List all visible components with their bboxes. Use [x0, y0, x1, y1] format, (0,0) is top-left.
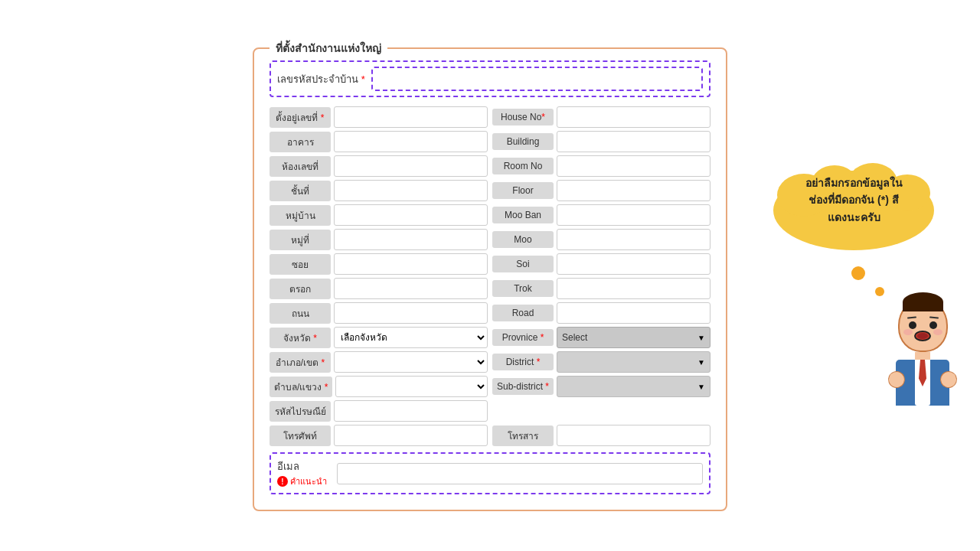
email-error: ! คำแนะนำ — [277, 474, 327, 488]
row-province: จังหวัด * เลือกจังหวัด Provnice * Select… — [270, 327, 710, 348]
field-group-right-11: District * ▼ — [492, 351, 710, 373]
input-trok-th[interactable] — [334, 278, 488, 299]
row-road: ถนน Road — [270, 302, 710, 324]
field-group-left-12: ตำบล/แขวง * — [270, 376, 488, 397]
input-road-th[interactable] — [334, 302, 488, 324]
row-district: อำเภอ/เขต * District * ▼ — [270, 351, 710, 373]
bubble-container: อย่าลืมกรอกข้อมูลใน ช่องที่มีดอกจัน (*) … — [766, 153, 942, 255]
input-mooban-th[interactable] — [334, 204, 488, 226]
field-group-left-13: รหัสไปรษณีย์ — [270, 400, 488, 422]
email-field-box: อีเมล ! คำแนะนำ — [270, 452, 710, 494]
select-amphoe-th[interactable] — [334, 351, 488, 373]
input-building[interactable] — [557, 131, 710, 152]
eyebrow-right — [929, 316, 938, 318]
row-trok: ตรอก Trok — [270, 278, 710, 299]
main-form-card: ที่ตั้งสำนักงานแห่งใหญ่ เลขรหัสประจำบ้าน… — [253, 47, 727, 511]
id-field-box: เลขรหัสประจำบ้าน * — [270, 60, 710, 97]
select-tambon-th[interactable] — [335, 376, 488, 397]
select-province-th[interactable]: เลือกจังหวัด — [334, 327, 488, 348]
form-grid: ตั้งอยู่เลขที่ * House No* อาคาร Buildin… — [270, 106, 710, 446]
input-house-no[interactable] — [557, 106, 710, 128]
input-road-en[interactable] — [557, 302, 710, 324]
row-moo: หมู่ที่ Moo — [270, 229, 710, 250]
select-province-en-value: Select — [562, 332, 697, 343]
input-room-no-en[interactable] — [557, 155, 710, 177]
select-subdistrict-en[interactable]: ▼ — [557, 376, 710, 397]
field-group-left-10: จังหวัด * เลือกจังหวัด — [270, 327, 488, 348]
label-postcode: รหัสไปรษณีย์ — [270, 401, 331, 422]
field-group-right-9: Road — [492, 302, 710, 324]
input-floor-th[interactable] — [334, 180, 488, 201]
label-akarn: อาคาร — [270, 132, 331, 152]
label-floor-en: Floor — [492, 182, 554, 199]
input-trok-en[interactable] — [557, 278, 710, 299]
label-subdistrict-en: Sub-district * — [492, 378, 554, 395]
row-room: ห้องเลขที่ Room No — [270, 155, 710, 177]
row-subdistrict: ตำบล/แขวง * Sub-district * ▼ — [270, 376, 710, 397]
field-group-left-7: ซอย — [270, 253, 488, 275]
dot-large — [851, 266, 865, 280]
label-soi-en: Soi — [492, 256, 554, 272]
input-mooban-en[interactable] — [557, 204, 710, 226]
cartoon-character — [888, 298, 957, 388]
input-soi-en[interactable] — [557, 253, 710, 275]
field-group-left-4: ชั้นที่ — [270, 180, 488, 201]
field-group-left-9: ถนน — [270, 302, 488, 324]
label-mooban-th: หมู่บ้าน — [270, 205, 331, 226]
input-floor-en[interactable] — [557, 180, 710, 201]
field-group-left-11: อำเภอ/เขต * — [270, 351, 488, 373]
id-input[interactable] — [371, 67, 703, 91]
label-amphoe-th: อำเภอ/เขต * — [270, 352, 331, 373]
chevron-down-icon-district: ▼ — [697, 358, 705, 367]
field-group-left-14: โทรศัพท์ — [270, 425, 488, 446]
input-soi-th[interactable] — [334, 253, 488, 275]
row-floor: ชั้นที่ Floor — [270, 180, 710, 201]
label-room-no-en: Room No — [492, 158, 554, 174]
field-group-left-3: ห้องเลขที่ — [270, 155, 488, 177]
label-district-en: District * — [492, 354, 554, 370]
cartoon-neck — [915, 352, 930, 360]
label-building: Building — [492, 133, 554, 150]
cartoon-eye-left — [909, 321, 916, 329]
input-address-no[interactable] — [334, 106, 488, 128]
email-label: อีเมล — [277, 458, 299, 474]
cheek-left — [903, 329, 913, 335]
email-error-text: คำแนะนำ — [290, 474, 327, 488]
chevron-down-icon-subdistrict: ▼ — [697, 383, 705, 391]
email-input[interactable] — [337, 463, 703, 484]
cartoon-hair — [903, 292, 943, 311]
section-title: ที่ตั้งสำนักงานแห่งใหญ่ — [270, 40, 387, 57]
input-moo-en[interactable] — [557, 229, 710, 250]
input-fax[interactable] — [557, 425, 710, 446]
row-soi: ซอย Soi — [270, 253, 710, 275]
label-moo-th: หมู่ที่ — [270, 230, 331, 250]
label-house-no: House No* — [492, 109, 554, 126]
select-district-en[interactable]: ▼ — [557, 351, 710, 373]
cartoon-head — [898, 298, 948, 352]
field-group-right-4: Floor — [492, 180, 710, 201]
field-group-right-3: Room No — [492, 155, 710, 177]
label-phone-th: โทรศัพท์ — [270, 425, 331, 446]
input-phone[interactable] — [334, 425, 488, 446]
input-moo-th[interactable] — [334, 229, 488, 250]
input-postcode[interactable] — [334, 400, 488, 422]
label-address-no: ตั้งอยู่เลขที่ * — [270, 107, 331, 128]
error-icon: ! — [277, 476, 288, 487]
select-province-en[interactable]: Select ▼ — [557, 327, 710, 348]
label-road-en: Road — [492, 305, 554, 321]
bubble-text: อย่าลืมกรอกข้อมูลใน ช่องที่มีดอกจัน (*) … — [779, 174, 928, 226]
label-mooban-en: Moo Ban — [492, 207, 554, 223]
email-label-wrap: อีเมล ! คำแนะนำ — [277, 458, 331, 488]
input-akarn[interactable] — [334, 131, 488, 152]
cheek-right — [933, 329, 942, 335]
label-province-en: Provnice * — [492, 329, 554, 346]
row-building: อาคาร Building — [270, 131, 710, 152]
eyebrow-left — [906, 316, 916, 318]
input-room-no[interactable] — [334, 155, 488, 177]
field-group-right-14: โทรสาร — [492, 425, 710, 446]
label-trok-th: ตรอก — [270, 279, 331, 299]
field-group-right-5: Moo Ban — [492, 204, 710, 226]
field-group-right-10: Provnice * Select ▼ — [492, 327, 710, 348]
page-wrapper: ที่ตั้งสำนักงานแห่งใหญ่ เลขรหัสประจำบ้าน… — [0, 0, 980, 551]
row-mooban: หมู่บ้าน Moo Ban — [270, 204, 710, 226]
